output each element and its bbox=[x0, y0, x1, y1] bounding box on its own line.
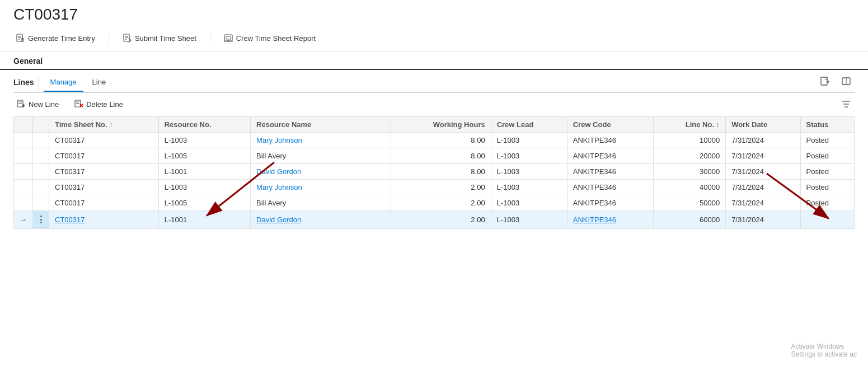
time-sheet-no-link[interactable]: CT00317 bbox=[55, 215, 85, 224]
cell-line-no: 50000 bbox=[653, 195, 725, 211]
table-row[interactable]: CT00317L-1005Bill Avery8.00L-1003ANKITPE… bbox=[14, 148, 855, 164]
th-working-hours[interactable]: Working Hours bbox=[391, 117, 491, 133]
crew-code-link[interactable]: ANKITPE346 bbox=[573, 215, 616, 224]
submit-time-sheet-button[interactable]: Submit Time Sheet bbox=[120, 32, 199, 44]
svg-rect-11 bbox=[226, 36, 231, 39]
cell-crew-code[interactable]: ANKITPE346 bbox=[567, 211, 653, 229]
row-menu-cell bbox=[33, 148, 49, 164]
filter-icon bbox=[841, 99, 851, 109]
cell-status bbox=[800, 211, 854, 229]
lines-toolbar-left: New Line Delete Line bbox=[13, 98, 126, 110]
row-menu-cell[interactable]: ⋮ bbox=[33, 211, 49, 229]
crew-time-sheet-report-button[interactable]: Crew Time Sheet Report bbox=[222, 32, 318, 44]
cell-working-hours: 8.00 bbox=[391, 164, 491, 180]
th-status[interactable]: Status bbox=[800, 117, 854, 133]
th-crew-code[interactable]: Crew Code bbox=[567, 117, 653, 133]
cell-working-hours: 2.00 bbox=[391, 195, 491, 211]
row-arrow-cell bbox=[14, 164, 33, 180]
cell-work-date: 7/31/2024 bbox=[726, 180, 800, 195]
cell-crew-code: ANKITPE346 bbox=[567, 180, 653, 195]
th-work-date[interactable]: Work Date bbox=[726, 117, 800, 133]
cell-status: Posted bbox=[800, 180, 854, 195]
cell-time-sheet-no[interactable]: CT00317 bbox=[49, 211, 159, 229]
svg-rect-10 bbox=[224, 35, 232, 41]
table-row[interactable]: CT00317L-1003Mary Johnson2.00L-1003ANKIT… bbox=[14, 180, 855, 195]
cell-crew-code: ANKITPE346 bbox=[567, 195, 653, 211]
cell-resource-name[interactable]: Mary Johnson bbox=[251, 133, 391, 148]
th-arrow bbox=[14, 117, 33, 133]
table-row[interactable]: CT00317L-1003Mary Johnson8.00L-1003ANKIT… bbox=[14, 133, 855, 148]
table-row[interactable]: →⋮CT00317L-1001David Gordon2.00L-1003ANK… bbox=[14, 211, 855, 229]
cell-resource-no: L-1003 bbox=[158, 133, 250, 148]
cell-status: Posted bbox=[800, 148, 854, 164]
new-line-icon bbox=[17, 100, 26, 109]
lines-title: Lines bbox=[13, 76, 39, 91]
lines-toolbar: New Line Delete Line bbox=[13, 93, 855, 114]
th-resource-name[interactable]: Resource Name bbox=[251, 117, 391, 133]
generate-time-entry-button[interactable]: Generate Time Entry bbox=[13, 32, 97, 44]
cell-resource-name[interactable]: David Gordon bbox=[251, 211, 391, 229]
cell-crew-lead: L-1003 bbox=[491, 211, 567, 229]
tab-line[interactable]: Line bbox=[86, 76, 113, 92]
cell-time-sheet-no[interactable]: CT00317 bbox=[49, 148, 159, 164]
table-row[interactable]: CT00317L-1005Bill Avery2.00L-1003ANKITPE… bbox=[14, 195, 855, 211]
cell-crew-lead: L-1003 bbox=[491, 180, 567, 195]
cell-crew-lead: L-1003 bbox=[491, 133, 567, 148]
cell-resource-no: L-1003 bbox=[158, 180, 250, 195]
cell-work-date: 7/31/2024 bbox=[726, 148, 800, 164]
page-header: CT00317 Generate Time Entry bbox=[0, 0, 868, 52]
row-menu-cell bbox=[33, 195, 49, 211]
cell-resource-name[interactable]: Bill Avery bbox=[251, 195, 391, 211]
export-icon-button[interactable] bbox=[817, 74, 833, 88]
cell-line-no: 10000 bbox=[653, 133, 725, 148]
cell-line-no: 20000 bbox=[653, 148, 725, 164]
cell-line-no: 40000 bbox=[653, 180, 725, 195]
cell-resource-no: L-1005 bbox=[158, 148, 250, 164]
row-arrow-cell: → bbox=[14, 211, 33, 229]
cell-crew-code: ANKITPE346 bbox=[567, 148, 653, 164]
delete-line-icon bbox=[74, 100, 83, 109]
lines-section: Lines Manage Line bbox=[0, 70, 868, 229]
resource-name-link[interactable]: Mary Johnson bbox=[256, 183, 302, 191]
cell-crew-code: ANKITPE346 bbox=[567, 133, 653, 148]
cell-crew-lead: L-1003 bbox=[491, 195, 567, 211]
columns-icon bbox=[841, 76, 851, 86]
cell-work-date: 7/31/2024 bbox=[726, 133, 800, 148]
cell-crew-lead: L-1003 bbox=[491, 148, 567, 164]
resource-name-link[interactable]: David Gordon bbox=[256, 167, 301, 176]
cell-resource-name[interactable]: David Gordon bbox=[251, 164, 391, 180]
cell-time-sheet-no[interactable]: CT00317 bbox=[49, 195, 159, 211]
columns-icon-button[interactable] bbox=[838, 74, 855, 88]
cell-status: Posted bbox=[800, 133, 854, 148]
delete-line-button[interactable]: Delete Line bbox=[71, 98, 126, 110]
resource-name-link[interactable]: Mary Johnson bbox=[256, 136, 302, 144]
generate-time-entry-icon bbox=[16, 34, 25, 43]
cell-status: Posted bbox=[800, 195, 854, 211]
tab-manage[interactable]: Manage bbox=[44, 76, 83, 92]
crew-time-sheet-report-icon bbox=[224, 34, 233, 43]
cell-working-hours: 8.00 bbox=[391, 148, 491, 164]
cell-resource-no: L-1005 bbox=[158, 195, 250, 211]
cell-time-sheet-no[interactable]: CT00317 bbox=[49, 133, 159, 148]
th-resource-no[interactable]: Resource No. bbox=[158, 117, 250, 133]
th-crew-lead[interactable]: Crew Lead bbox=[491, 117, 567, 133]
row-arrow-cell bbox=[14, 195, 33, 211]
th-line-no[interactable]: Line No. ↑ bbox=[653, 117, 725, 133]
cell-resource-no: L-1001 bbox=[158, 164, 250, 180]
table-row[interactable]: CT00317L-1001David Gordon8.00L-1003ANKIT… bbox=[14, 164, 855, 180]
cell-time-sheet-no[interactable]: CT00317 bbox=[49, 180, 159, 195]
filter-icon-button[interactable] bbox=[838, 97, 855, 111]
toolbar-divider-2 bbox=[210, 32, 210, 44]
lines-table: Time Sheet No. ↑ Resource No. Resource N… bbox=[13, 116, 855, 229]
th-time-sheet-no[interactable]: Time Sheet No. ↑ bbox=[49, 117, 159, 133]
cell-time-sheet-no[interactable]: CT00317 bbox=[49, 164, 159, 180]
row-context-menu-button[interactable]: ⋮ bbox=[34, 213, 48, 226]
cell-status: Posted bbox=[800, 164, 854, 180]
cell-work-date: 7/31/2024 bbox=[726, 195, 800, 211]
cell-crew-lead: L-1003 bbox=[491, 164, 567, 180]
cell-resource-name[interactable]: Bill Avery bbox=[251, 148, 391, 164]
resource-name-link[interactable]: David Gordon bbox=[256, 215, 301, 224]
new-line-button[interactable]: New Line bbox=[13, 98, 62, 110]
cell-resource-name[interactable]: Mary Johnson bbox=[251, 180, 391, 195]
row-menu-cell bbox=[33, 133, 49, 148]
